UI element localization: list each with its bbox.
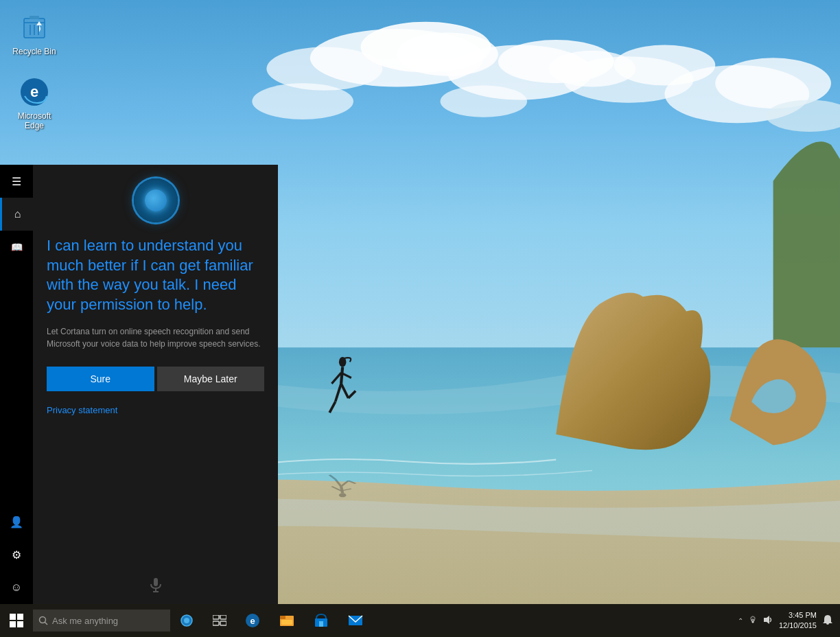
svg-point-4	[266, 47, 382, 91]
sure-button[interactable]: Sure	[47, 367, 154, 391]
task-view-button[interactable]	[203, 604, 236, 637]
svg-line-49	[45, 623, 48, 625]
home-icon: ⌂	[14, 208, 21, 220]
svg-rect-59	[280, 616, 285, 619]
svg-text:e: e	[30, 83, 38, 100]
hamburger-icon: ☰	[12, 175, 21, 188]
svg-rect-44	[10, 614, 16, 620]
nav-menu-button[interactable]: ☰	[0, 165, 33, 198]
taskbar-chevron-icon[interactable]: ⌃	[738, 617, 743, 625]
clock-time: 3:45 PM	[779, 610, 817, 621]
svg-rect-52	[213, 615, 219, 619]
svg-line-25	[341, 487, 342, 494]
cortana-nav: ☰ ⌂ 📖 👤 ⚙ ☺	[0, 165, 33, 604]
search-placeholder: Ask me anything	[52, 616, 118, 626]
svg-rect-41	[154, 578, 158, 586]
cortana-description: Let Cortana turn on online speech recogn…	[47, 325, 264, 350]
microsoft-edge-icon[interactable]: e Microsoft Edge	[7, 76, 62, 131]
taskbar-right: ⌃ 3:45 PM 12/10/2015	[738, 610, 840, 632]
edge-image: e	[18, 76, 51, 108]
nav-settings-button[interactable]: ⚙	[0, 538, 33, 571]
edge-label: Microsoft Edge	[7, 111, 62, 131]
recycle-bin-label: Recycle Bin	[12, 47, 56, 56]
account-icon: 👤	[10, 516, 23, 529]
svg-line-17	[341, 367, 342, 384]
pinned-apps: e	[236, 604, 372, 637]
svg-marker-64	[764, 616, 769, 624]
cortana-main: I can learn to understand you much bette…	[33, 165, 278, 604]
nav-notebook-button[interactable]: 📖	[0, 231, 33, 264]
svg-point-12	[441, 85, 528, 117]
svg-rect-45	[17, 614, 23, 620]
maybe-later-button[interactable]: Maybe Later	[157, 367, 265, 391]
svg-rect-53	[220, 615, 226, 619]
notification-icon[interactable]	[822, 614, 833, 627]
nav-account-button[interactable]: 👤	[0, 505, 33, 538]
volume-icon	[762, 615, 773, 627]
taskbar-edge-button[interactable]: e	[236, 604, 269, 637]
nav-home-button[interactable]: ⌂	[0, 198, 33, 231]
cortana-buttons: Sure Maybe Later	[47, 367, 264, 391]
svg-rect-35	[30, 16, 39, 19]
taskbar-mail-button[interactable]	[339, 604, 372, 637]
nav-feedback-button[interactable]: ☺	[0, 571, 33, 604]
svg-rect-62	[319, 621, 323, 627]
svg-rect-54	[213, 621, 219, 625]
svg-point-13	[252, 83, 353, 119]
desktop: Recycle Bin e Microsoft Edge ☰ ⌂ 📖	[0, 0, 840, 637]
svg-rect-55	[220, 621, 226, 625]
cortana-panel: ☰ ⌂ 📖 👤 ⚙ ☺	[0, 165, 278, 604]
taskbar-clock[interactable]: 3:45 PM 12/10/2015	[779, 610, 817, 632]
clock-date: 12/10/2015	[779, 621, 817, 631]
cortana-taskbar-button[interactable]	[170, 604, 203, 637]
svg-rect-46	[10, 621, 16, 627]
start-button[interactable]	[0, 604, 33, 637]
svg-point-51	[184, 618, 189, 623]
taskbar-store-button[interactable]	[305, 604, 338, 637]
microphone-icon[interactable]	[148, 577, 164, 596]
settings-icon: ⚙	[12, 548, 21, 561]
cortana-logo	[134, 178, 178, 222]
taskbar-explorer-button[interactable]	[270, 604, 303, 637]
recycle-bin-icon[interactable]: Recycle Bin	[7, 11, 62, 56]
notebook-icon: 📖	[11, 242, 23, 253]
privacy-statement-link[interactable]: Privacy statement	[47, 405, 117, 415]
recycle-bin-image	[18, 11, 51, 44]
feedback-icon: ☺	[11, 581, 22, 594]
svg-rect-60	[281, 620, 292, 625]
svg-point-48	[40, 617, 46, 623]
taskbar: Ask me anything e	[0, 604, 840, 637]
svg-rect-47	[17, 621, 23, 627]
svg-point-24	[339, 493, 347, 497]
cortana-heading: I can learn to understand you much bette…	[47, 236, 264, 314]
search-bar[interactable]: Ask me anything	[33, 610, 170, 632]
svg-text:e: e	[250, 616, 255, 626]
network-icon	[747, 615, 758, 627]
